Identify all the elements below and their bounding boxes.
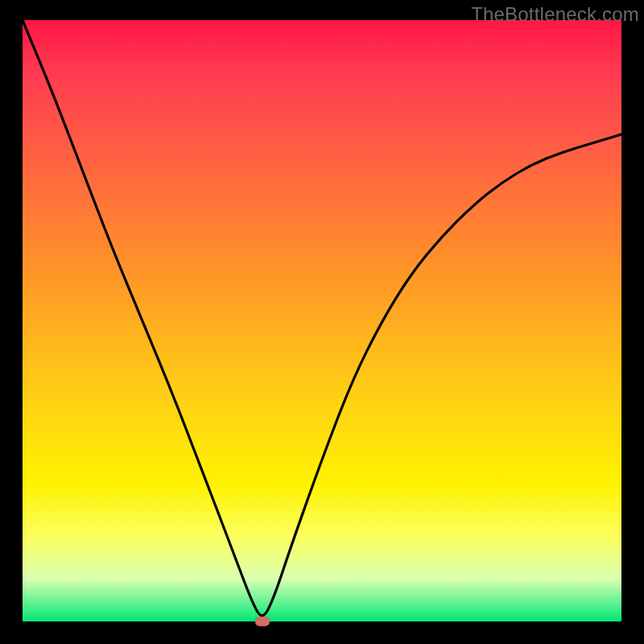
optimal-point-marker bbox=[255, 617, 270, 626]
bottleneck-curve bbox=[23, 20, 621, 621]
watermark-text: TheBottleneck.com bbox=[471, 3, 639, 26]
chart-plot-area bbox=[23, 20, 621, 621]
